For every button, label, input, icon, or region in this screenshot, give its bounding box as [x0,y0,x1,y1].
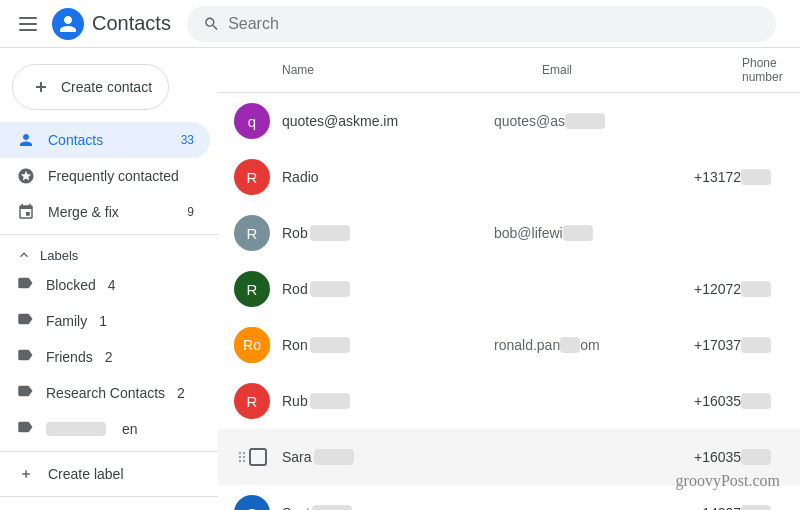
label-icon-blocked [16,274,34,296]
contact-email: quotes@as [494,113,694,129]
table-row[interactable]: R Rob bob@lifewi [218,205,800,261]
contact-phone: +13172 [694,169,784,185]
contact-name: Scot [282,505,494,510]
create-label-icon [16,464,36,484]
contact-name: Ron [282,337,494,353]
svg-rect-1 [19,23,37,25]
avatar: Ro [234,327,270,363]
drag-handle-icon [237,450,247,464]
contact-list: Name Email Phone number q quotes@askme.i… [218,48,800,510]
contact-name: Rod [282,281,494,297]
table-row[interactable]: R Radio +13172 [218,149,800,205]
contact-phone: +14237 [694,505,784,510]
table-row[interactable]: Ro Ron ronald.pan om +17037 [218,317,800,373]
svg-point-10 [243,460,245,462]
top-bar: Contacts [0,0,800,48]
avatar-photo: Ro [234,327,270,363]
chevron-up-icon [16,247,32,263]
contacts-icon [16,130,36,150]
create-contact-icon [29,75,53,99]
col-header-phone: Phone number [742,56,784,84]
research-count: 2 [177,385,185,401]
svg-point-7 [239,456,241,458]
sidebar-item-create-label[interactable]: Create label [0,456,210,492]
avatar: R [234,159,270,195]
contact-checkbox[interactable] [249,448,267,466]
sidebar-item-frequently[interactable]: Frequently contacted [0,158,210,194]
svg-point-8 [243,456,245,458]
sidebar-divider-2 [0,451,218,452]
contact-name: Radio [282,169,494,185]
search-icon [203,15,220,33]
app-title: Contacts [92,12,171,35]
sidebar-item-blocked[interactable]: Blocked 4 [0,267,210,303]
contact-name: quotes@askme.im [282,113,494,129]
research-label: Research Contacts [46,385,165,401]
table-row[interactable]: q quotes@askme.im quotes@as [218,93,800,149]
svg-point-6 [243,452,245,454]
labels-header: Labels [40,248,78,263]
avatar: R [234,271,270,307]
friends-label: Friends [46,349,93,365]
app-logo: Contacts [52,8,171,40]
family-label: Family [46,313,87,329]
blocked-count: 4 [108,277,116,293]
friends-count: 2 [105,349,113,365]
avatar: q [234,103,270,139]
sidebar-item-import[interactable]: Import [0,501,210,510]
contact-name: Rub [282,393,494,409]
label-icon-friends [16,346,34,368]
search-input[interactable] [228,15,760,33]
table-row[interactable]: R Rod +12072 [218,261,800,317]
sidebar: Create contact Contacts 33 Frequently co… [0,48,218,510]
contact-phone: +16035 [694,393,784,409]
sidebar-item-family[interactable]: Family 1 [0,303,210,339]
logo-icon [52,8,84,40]
blurred-label-suffix: en [122,421,138,437]
main-content: Create contact Contacts 33 Frequently co… [0,48,800,510]
list-header: Name Email Phone number [218,48,800,93]
svg-rect-0 [19,17,37,19]
watermark: groovyPost.com [676,472,780,490]
create-label-text: Create label [48,466,124,482]
frequently-label: Frequently contacted [48,168,179,184]
sidebar-item-research[interactable]: Research Contacts 2 [0,375,210,411]
label-icon-family [16,310,34,332]
contacts-label: Contacts [48,132,103,148]
avatar: S [234,495,270,510]
family-count: 1 [99,313,107,329]
hamburger-button[interactable] [8,4,48,44]
merge-label: Merge & fix [48,204,119,220]
create-contact-button[interactable]: Create contact [12,64,169,110]
contact-email: ronald.pan om [494,337,694,353]
sidebar-item-merge[interactable]: Merge & fix 9 [0,194,210,230]
contacts-count: 33 [181,133,194,147]
blocked-label: Blocked [46,277,96,293]
sidebar-divider-3 [0,496,218,497]
contact-email: bob@lifewi [494,225,694,241]
svg-rect-2 [19,29,37,31]
label-icon-blurred [16,418,34,440]
sidebar-item-blurred-label[interactable]: en [0,411,210,447]
table-row[interactable]: R Rub +16035 [218,373,800,429]
label-icon-research [16,382,34,404]
avatar: R [234,215,270,251]
svg-point-5 [239,452,241,454]
avatar: R [234,383,270,419]
contact-name: Sara [282,449,494,465]
frequently-icon [16,166,36,186]
blurred-label-text [46,422,106,436]
sidebar-item-friends[interactable]: Friends 2 [0,339,210,375]
create-contact-label: Create contact [61,79,152,95]
col-header-email: Email [542,63,742,77]
sidebar-item-contacts[interactable]: Contacts 33 [0,122,210,158]
contact-phone: +12072 [694,281,784,297]
contact-phone: +16035 [694,449,784,465]
labels-section-header[interactable]: Labels [0,239,218,267]
svg-text:Ro: Ro [243,337,261,353]
merge-count: 9 [187,205,194,219]
svg-point-9 [239,460,241,462]
merge-icon [16,202,36,222]
search-bar[interactable] [187,6,776,42]
col-header-name: Name [282,63,542,77]
